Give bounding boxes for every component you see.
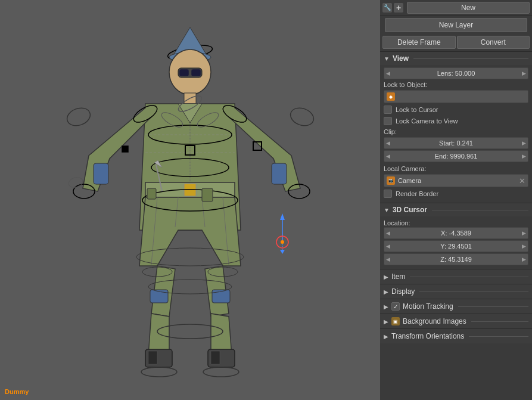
lens-row: ◀ Lens: 50.000 ▶ xyxy=(384,67,528,79)
svg-point-15 xyxy=(288,105,316,129)
lens-left-arrow: ◀ xyxy=(386,70,390,76)
camera-icon: 📷 xyxy=(387,176,395,185)
location-label: Location: xyxy=(384,219,410,227)
background-images-section-title: Background Images xyxy=(403,317,466,325)
local-camera-section: Local Camera: xyxy=(384,165,528,173)
motion-tracking-section-title: Motion Tracking xyxy=(403,302,453,311)
cursor-x-left-arrow: ◀ xyxy=(386,230,390,236)
svg-point-28 xyxy=(141,367,177,377)
cursor-x-value: X: -4.3589 xyxy=(441,230,471,237)
action-row: Delete Frame Convert xyxy=(380,35,532,50)
view-arrow-icon: ▼ xyxy=(384,55,390,62)
transform-orientations-section-title: Transform Orientations xyxy=(391,332,464,340)
svg-marker-45 xyxy=(280,213,285,220)
render-border-row: Render Border xyxy=(384,189,528,199)
toolbar-row: 🔧 + New xyxy=(380,0,532,15)
lock-camera-checkbox[interactable] xyxy=(384,117,392,125)
character-view xyxy=(0,0,380,400)
lock-to-object-label: Lock to Object: xyxy=(384,81,431,88)
delete-frame-button[interactable]: Delete Frame xyxy=(382,36,456,49)
view-section-title: View xyxy=(393,54,409,63)
display-arrow-icon: ▶ xyxy=(384,289,388,295)
new-button[interactable]: New xyxy=(407,2,530,14)
cursor-y-right-arrow: ▶ xyxy=(522,243,526,249)
cursor-z-left-arrow: ◀ xyxy=(386,256,390,262)
view-section-header[interactable]: ▼ View xyxy=(380,51,532,65)
cursor-section-header[interactable]: ▼ 3D Cursor xyxy=(380,203,532,216)
add-icon[interactable]: + xyxy=(394,3,403,13)
lock-object-selector[interactable]: ◆ xyxy=(384,90,528,103)
item-section-header[interactable]: ▶ Item xyxy=(380,269,532,284)
transform-orientations-section-header[interactable]: ▶ Transform Orientations xyxy=(380,328,532,343)
local-camera-label: Local Camera: xyxy=(384,165,427,172)
clip-end-input[interactable]: ◀ End: 9990.961 ▶ xyxy=(384,150,528,162)
svg-rect-57 xyxy=(147,188,156,199)
svg-point-49 xyxy=(281,240,284,244)
motion-tracking-section-header[interactable]: ▶ Motion Tracking xyxy=(380,299,532,314)
tool-icon[interactable]: 🔧 xyxy=(382,3,392,13)
svg-point-14 xyxy=(64,105,92,129)
toolbar-icons: 🔧 + xyxy=(382,3,403,13)
right-panel: 🔧 + New New Layer Delete Frame Convert ▼… xyxy=(380,0,532,400)
convert-button[interactable]: Convert xyxy=(457,36,530,49)
clip-start-value: Start: 0.241 xyxy=(439,139,473,147)
lock-cursor-checkbox[interactable] xyxy=(384,106,392,114)
cursor-z-value: Z: 45.3149 xyxy=(440,256,472,263)
clip-start-right-arrow: ▶ xyxy=(522,140,526,146)
clip-start-left-arrow: ◀ xyxy=(386,140,390,146)
motion-tracking-checkbox[interactable] xyxy=(391,302,400,311)
character-svg xyxy=(53,15,327,385)
background-images-section-header[interactable]: ▶ ▣ Background Images xyxy=(380,314,532,328)
svg-rect-56 xyxy=(202,188,213,201)
render-border-checkbox[interactable] xyxy=(384,190,392,198)
svg-rect-5 xyxy=(179,69,189,76)
lock-camera-label: Lock Camera to View xyxy=(396,117,458,125)
viewport-label: Dummy xyxy=(5,388,29,395)
svg-rect-34 xyxy=(122,145,129,153)
display-section-header[interactable]: ▶ Display xyxy=(380,284,532,299)
svg-rect-26 xyxy=(148,351,157,364)
svg-rect-17 xyxy=(272,163,287,184)
new-layer-container: New Layer xyxy=(380,15,532,35)
clip-section: Clip: xyxy=(384,128,528,136)
lock-cursor-row: Lock to Cursor xyxy=(384,105,528,114)
item-arrow-icon: ▶ xyxy=(384,274,388,280)
svg-rect-27 xyxy=(211,351,220,364)
cursor-x-input[interactable]: ◀ X: -4.3589 ▶ xyxy=(384,227,528,239)
clip-end-right-arrow: ▶ xyxy=(522,153,526,159)
display-section-title: Display xyxy=(391,287,415,296)
clip-label: Clip: xyxy=(384,128,397,135)
camera-clear-icon[interactable]: ✕ xyxy=(519,176,525,185)
new-layer-button[interactable]: New Layer xyxy=(385,18,527,32)
svg-rect-16 xyxy=(94,163,108,184)
lens-value: Lens: 50.000 xyxy=(437,70,475,77)
lock-cursor-label: Lock to Cursor xyxy=(396,106,438,113)
view-section-content: ◀ Lens: 50.000 ▶ Lock to Object: ◆ Lock … xyxy=(380,65,532,203)
clip-end-value: End: 9990.961 xyxy=(435,153,478,160)
background-images-icon: ▣ xyxy=(391,317,400,325)
lock-to-object-row: Lock to Object: xyxy=(384,81,528,88)
cursor-z-input[interactable]: ◀ Z: 45.3149 ▶ xyxy=(384,253,528,265)
lens-input[interactable]: ◀ Lens: 50.000 ▶ xyxy=(384,67,528,79)
item-section-title: Item xyxy=(391,272,405,281)
clip-start-input[interactable]: ◀ Start: 0.241 ▶ xyxy=(384,137,528,149)
svg-point-29 xyxy=(203,367,239,377)
cursor-y-value: Y: 29.4501 xyxy=(440,243,472,250)
lens-right-arrow: ▶ xyxy=(522,70,526,76)
svg-rect-6 xyxy=(191,69,201,76)
viewport[interactable]: Dummy xyxy=(0,0,380,400)
camera-name: Camera xyxy=(398,177,517,184)
transform-orientations-arrow-icon: ▶ xyxy=(384,333,388,340)
camera-selector[interactable]: 📷 Camera ✕ xyxy=(384,174,528,187)
cursor-z-right-arrow: ▶ xyxy=(522,256,526,262)
cursor-y-left-arrow: ◀ xyxy=(386,243,390,249)
background-images-arrow-icon: ▶ xyxy=(384,318,388,325)
cursor-arrow-icon: ▼ xyxy=(384,207,390,213)
render-border-label: Render Border xyxy=(396,190,438,197)
cursor-x-right-arrow: ▶ xyxy=(522,230,526,236)
object-icon: ◆ xyxy=(387,92,395,101)
cursor-section-title: 3D Cursor xyxy=(393,206,427,214)
svg-marker-47 xyxy=(280,250,285,254)
cursor-y-input[interactable]: ◀ Y: 29.4501 ▶ xyxy=(384,240,528,252)
cursor-section-content: Location: ◀ X: -4.3589 ▶ ◀ Y: 29.4501 ▶ … xyxy=(380,216,532,269)
